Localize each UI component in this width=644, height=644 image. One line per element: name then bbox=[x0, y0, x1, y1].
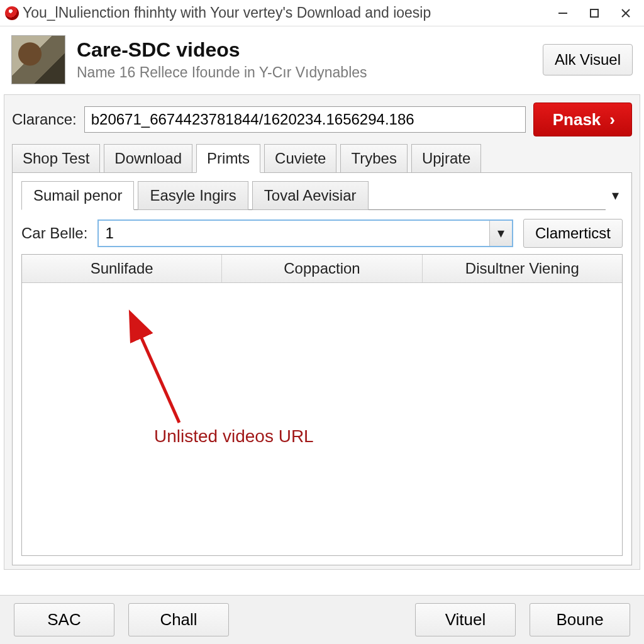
clarance-input[interactable] bbox=[84, 106, 526, 133]
clamerticst-button[interactable]: Clamerticst bbox=[523, 219, 623, 248]
results-table: Sunlifade Coppaction Disultner Viening U… bbox=[21, 254, 623, 556]
tab-primts[interactable]: Primts bbox=[196, 144, 260, 173]
tab-upjrate[interactable]: Upjrate bbox=[411, 144, 481, 173]
vituel-button[interactable]: Vituel bbox=[415, 603, 516, 636]
tab-trybes[interactable]: Trybes bbox=[340, 144, 407, 173]
annotation-text: Unlisted videos URL bbox=[154, 426, 314, 447]
window-titlebar: You_lNulienction fhinhty with Your verte… bbox=[0, 0, 644, 26]
carbelle-combobox[interactable]: ▾ bbox=[97, 219, 513, 247]
main-panel: Clarance: Pnask › Shop Test Download Pri… bbox=[4, 94, 640, 570]
chall-button[interactable]: Chall bbox=[128, 603, 229, 636]
column-sunlifade[interactable]: Sunlifade bbox=[22, 255, 222, 282]
subtab-sumail-penor[interactable]: Sumail penor bbox=[21, 181, 134, 210]
carbelle-input[interactable] bbox=[99, 221, 489, 246]
tab-cuviete[interactable]: Cuviete bbox=[264, 144, 336, 173]
window-title: You_lNulienction fhinhty with Your verte… bbox=[23, 4, 431, 21]
window-minimize-button[interactable] bbox=[547, 3, 579, 23]
alk-visuel-button[interactable]: Alk Visuel bbox=[543, 44, 633, 75]
column-coppaction[interactable]: Coppaction bbox=[222, 255, 422, 282]
sub-tabs: Sumail penor Easyle Ingirs Toval Aevisia… bbox=[21, 180, 606, 210]
page-title: Care-SDC videos bbox=[77, 38, 543, 62]
carbelle-label: Car Belle: bbox=[21, 225, 87, 242]
tab-shop-test[interactable]: Shop Test bbox=[12, 144, 100, 173]
footer: SAC Chall Vituel Boune bbox=[0, 595, 644, 644]
chevron-down-icon: ▾ bbox=[497, 225, 504, 242]
minimize-icon bbox=[557, 8, 569, 19]
close-icon bbox=[620, 8, 631, 19]
boune-button[interactable]: Boune bbox=[530, 603, 630, 636]
app-icon bbox=[5, 6, 19, 20]
page-subtitle: Name 16 Rellece Ifounde in Y-Cır Vıdynab… bbox=[77, 64, 543, 81]
clarance-row: Clarance: Pnask › bbox=[12, 103, 632, 136]
svg-rect-1 bbox=[591, 9, 598, 17]
inner-panel: Sumail penor Easyle Ingirs Toval Aevisia… bbox=[12, 172, 632, 565]
pnask-button-label: Pnask bbox=[553, 110, 601, 130]
carbelle-dropdown-button[interactable]: ▾ bbox=[489, 221, 512, 246]
svg-line-4 bbox=[133, 318, 179, 423]
avatar bbox=[11, 35, 65, 84]
column-disultner-viening[interactable]: Disultner Viening bbox=[423, 255, 622, 282]
maximize-icon bbox=[589, 8, 600, 19]
chevron-right-icon: › bbox=[609, 110, 615, 130]
subtab-easyle-ingirs[interactable]: Easyle Ingirs bbox=[138, 181, 248, 210]
window-close-button[interactable] bbox=[610, 3, 641, 23]
subtab-toval-aevisiar[interactable]: Toval Aevisiar bbox=[252, 181, 369, 210]
main-tabs: Shop Test Download Primts Cuviete Trybes… bbox=[12, 144, 632, 173]
table-body: Unlisted videos URL bbox=[22, 283, 622, 555]
header: Care-SDC videos Name 16 Rellece Ifounde … bbox=[0, 26, 644, 91]
tab-download[interactable]: Download bbox=[104, 144, 192, 173]
header-texts: Care-SDC videos Name 16 Rellece Ifounde … bbox=[77, 38, 543, 81]
pnask-button[interactable]: Pnask › bbox=[533, 103, 632, 136]
sac-button[interactable]: SAC bbox=[14, 603, 114, 636]
window-maximize-button[interactable] bbox=[579, 3, 610, 23]
table-header-row: Sunlifade Coppaction Disultner Viening bbox=[22, 255, 622, 283]
clarance-label: Clarance: bbox=[12, 111, 77, 128]
subtab-row: Sumail penor Easyle Ingirs Toval Aevisia… bbox=[21, 180, 623, 210]
annotation-arrow-icon bbox=[109, 309, 197, 435]
subtab-overflow-button[interactable]: ▾ bbox=[606, 187, 623, 204]
carbelle-row: Car Belle: ▾ Clamerticst bbox=[21, 219, 623, 248]
